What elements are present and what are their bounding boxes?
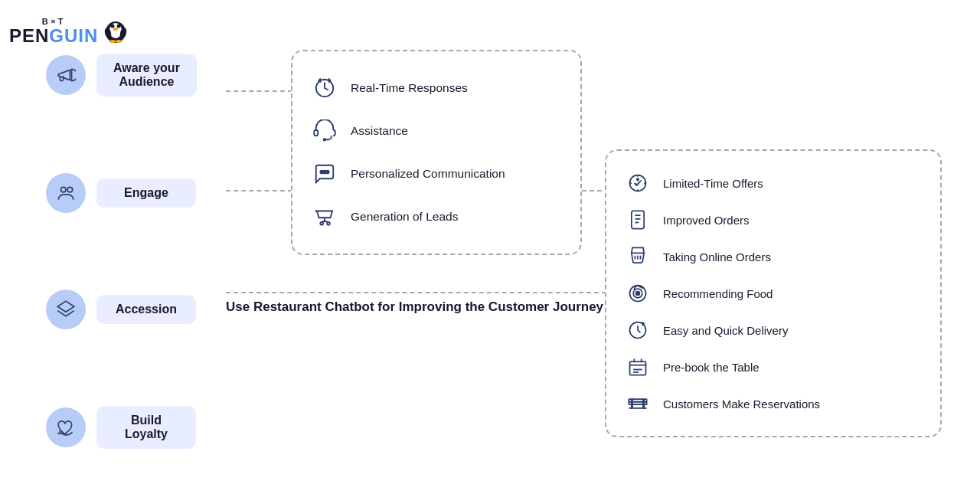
build-label: BuildLoyalty bbox=[96, 406, 196, 449]
svg-point-18 bbox=[327, 222, 330, 225]
delivery-icon bbox=[625, 317, 651, 343]
accession-icon-circle bbox=[46, 290, 86, 329]
reservations-label: Customers Make Reservations bbox=[663, 398, 820, 411]
personalized-label: Personalized Communication bbox=[351, 167, 505, 181]
left-column: Aware yourAudience Engage Accession bbox=[46, 54, 197, 449]
svg-point-22 bbox=[637, 178, 639, 180]
personalized-icon bbox=[311, 160, 338, 188]
leads-icon bbox=[311, 203, 338, 231]
right-item-delivery: Easy and Quick Delivery bbox=[625, 312, 922, 348]
aware-icon-circle bbox=[46, 55, 86, 95]
right-item-offers: % Limited-Time Offers bbox=[625, 165, 922, 201]
engage-label: Engage bbox=[96, 178, 196, 208]
delivery-label: Easy and Quick Delivery bbox=[663, 324, 788, 337]
right-item-orders: Improved Orders bbox=[625, 201, 922, 238]
svg-point-9 bbox=[61, 187, 67, 192]
left-item-build: BuildLoyalty bbox=[46, 406, 197, 449]
svg-point-17 bbox=[320, 222, 323, 225]
build-icon-circle bbox=[46, 407, 86, 447]
svg-point-7 bbox=[109, 40, 116, 43]
engage-icon-circle bbox=[46, 173, 86, 213]
center-text-label: Use Restaurant Chatbot for Improving the… bbox=[226, 299, 603, 314]
center-text: Use Restaurant Chatbot for Improving the… bbox=[226, 297, 603, 317]
realtime-icon bbox=[311, 74, 338, 102]
offers-label: Limited-Time Offers bbox=[663, 177, 763, 190]
svg-point-2 bbox=[111, 25, 115, 28]
realtime-label: Real-Time Responses bbox=[351, 81, 468, 95]
svg-point-30 bbox=[636, 292, 640, 296]
food-label: Recommending Food bbox=[663, 287, 773, 300]
left-item-aware: Aware yourAudience bbox=[46, 54, 197, 97]
megaphone-icon bbox=[56, 65, 76, 85]
right-item-food: Recommending Food bbox=[625, 275, 922, 312]
heart-hand-icon bbox=[56, 417, 76, 437]
svg-point-16 bbox=[326, 171, 329, 174]
leads-label: Generation of Leads bbox=[351, 210, 458, 224]
layers-icon bbox=[56, 299, 76, 319]
svg-point-4 bbox=[113, 28, 118, 31]
assistance-label: Assistance bbox=[351, 124, 408, 138]
svg-point-8 bbox=[116, 40, 122, 43]
middle-item-leads: Generation of Leads bbox=[311, 195, 562, 238]
svg-point-3 bbox=[117, 25, 121, 28]
middle-item-assistance: Assistance bbox=[311, 110, 562, 152]
offers-icon: % bbox=[625, 170, 651, 196]
line-aware-middle bbox=[226, 90, 292, 92]
prebook-label: Pre-book the Table bbox=[663, 361, 760, 374]
svg-point-13 bbox=[324, 139, 326, 141]
orders-label: Improved Orders bbox=[663, 214, 750, 227]
left-item-engage: Engage bbox=[46, 173, 197, 213]
food-icon bbox=[625, 280, 651, 306]
group-icon bbox=[56, 183, 76, 203]
online-orders-icon bbox=[625, 244, 651, 270]
middle-item-realtime: Real-Time Responses bbox=[311, 67, 562, 110]
reservations-icon bbox=[625, 391, 651, 417]
right-box: % Limited-Time Offers Improved Orders Ta… bbox=[605, 149, 942, 437]
right-item-prebook: Pre-book the Table bbox=[625, 348, 922, 385]
svg-point-10 bbox=[67, 187, 73, 192]
right-item-reservations: Customers Make Reservations bbox=[625, 385, 922, 422]
middle-item-personalized: Personalized Communication bbox=[311, 152, 562, 195]
line-engage-middle bbox=[226, 190, 292, 191]
logo: B✕T PENGUIN bbox=[9, 11, 130, 46]
middle-box: Real-Time Responses Assistance Personali… bbox=[291, 50, 582, 255]
line-accession-right bbox=[226, 292, 606, 293]
accession-label: Accession bbox=[96, 295, 196, 324]
assistance-icon bbox=[311, 117, 338, 145]
svg-rect-37 bbox=[632, 399, 632, 408]
svg-rect-24 bbox=[632, 211, 644, 228]
orders-icon bbox=[625, 207, 651, 233]
aware-label: Aware yourAudience bbox=[96, 54, 197, 97]
left-item-accession: Accession bbox=[46, 290, 197, 329]
svg-text:%: % bbox=[635, 182, 639, 187]
penguin-logo-icon bbox=[101, 11, 130, 44]
online-orders-label: Taking Online Orders bbox=[663, 250, 771, 263]
svg-marker-11 bbox=[57, 301, 74, 312]
right-item-online-orders: Taking Online Orders bbox=[625, 238, 922, 275]
prebook-icon bbox=[625, 354, 651, 380]
svg-rect-38 bbox=[643, 399, 644, 408]
